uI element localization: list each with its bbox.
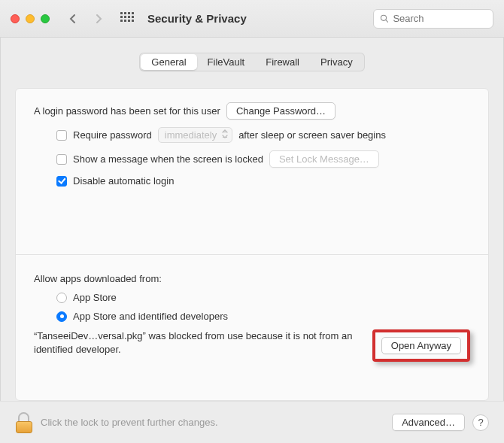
titlebar: Security & Privacy: [0, 0, 504, 38]
grid-icon: [120, 12, 134, 26]
open-anyway-highlight: Open Anyway: [372, 329, 470, 362]
require-password-label: Require password: [73, 129, 152, 141]
radio-identified-developers[interactable]: [56, 311, 67, 322]
require-password-delay-value: immediately: [165, 129, 217, 141]
radio-identified-developers-label: App Store and identified developers: [73, 311, 228, 322]
window-controls: [11, 14, 50, 23]
set-lock-message-button: Set Lock Message…: [269, 150, 379, 168]
radio-app-store-label: App Store: [73, 292, 117, 303]
password-set-text: A login password has been set for this u…: [34, 105, 220, 117]
require-password-checkbox[interactable]: [56, 130, 67, 141]
zoom-window-button[interactable]: [41, 14, 50, 23]
tab-general[interactable]: General: [141, 54, 196, 70]
window-title: Security & Privacy: [147, 12, 247, 25]
tab-filevault[interactable]: FileVault: [197, 54, 256, 70]
tab-bar: General FileVault Firewall Privacy: [15, 53, 489, 71]
back-button[interactable]: [63, 9, 83, 29]
change-password-button[interactable]: Change Password…: [226, 102, 335, 120]
require-password-suffix: after sleep or screen saver begins: [238, 129, 386, 141]
lock-hint-text: Click the lock to prevent further change…: [41, 417, 384, 428]
disable-auto-login-checkbox[interactable]: [56, 176, 67, 187]
chevron-updown-icon: [222, 129, 228, 138]
search-input[interactable]: [393, 13, 487, 24]
show-message-checkbox[interactable]: [56, 154, 67, 165]
separator: [16, 254, 488, 255]
tab-privacy[interactable]: Privacy: [310, 54, 363, 70]
show-message-label: Show a message when the screen is locked: [73, 153, 263, 165]
advanced-button[interactable]: Advanced…: [392, 414, 465, 431]
search-field[interactable]: [373, 9, 493, 29]
blocked-app-message: “TanseeiDev…versal.pkg” was blocked from…: [34, 329, 365, 356]
content-area: General FileVault Firewall Privacy A log…: [0, 38, 504, 401]
close-window-button[interactable]: [11, 14, 20, 23]
preferences-window: Security & Privacy General FileVault Fir…: [0, 0, 504, 443]
open-anyway-button[interactable]: Open Anyway: [381, 337, 461, 354]
general-panel: A login password has been set for this u…: [15, 88, 489, 401]
minimize-window-button[interactable]: [26, 14, 35, 23]
lock-body-icon: [16, 421, 32, 433]
svg-line-1: [386, 20, 388, 23]
forward-button[interactable]: [89, 9, 108, 29]
lock-button[interactable]: [15, 412, 33, 433]
show-all-button[interactable]: [117, 9, 137, 29]
require-password-delay-select: immediately: [158, 127, 232, 143]
tab-firewall[interactable]: Firewall: [255, 54, 310, 70]
disable-auto-login-label: Disable automatic login: [73, 175, 174, 187]
search-icon: [380, 14, 388, 23]
help-button[interactable]: ?: [472, 414, 489, 431]
radio-app-store[interactable]: [56, 293, 67, 303]
footer: Click the lock to prevent further change…: [0, 401, 504, 443]
allow-apps-heading: Allow apps downloaded from:: [34, 273, 470, 284]
